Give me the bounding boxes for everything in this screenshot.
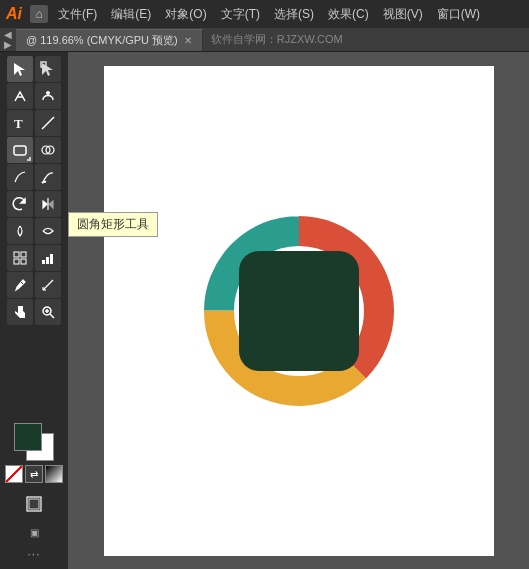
svg-marker-0 [14, 63, 25, 76]
tool-row-type: T [0, 110, 68, 136]
svg-rect-15 [21, 252, 26, 257]
gradient-icon[interactable] [45, 465, 63, 483]
hand-tool[interactable] [7, 299, 33, 325]
eyedropper-tool[interactable] [7, 272, 33, 298]
svg-rect-14 [14, 252, 19, 257]
tab-close-button[interactable]: ✕ [184, 35, 192, 46]
color-section: ⇄ [0, 419, 68, 487]
curvature-tool[interactable] [35, 83, 61, 109]
swap-icon[interactable]: ⇄ [25, 465, 43, 483]
reflect-tool[interactable] [35, 191, 61, 217]
main-area: T [0, 52, 529, 569]
pencil-tool[interactable] [7, 164, 33, 190]
tab-scroll-arrows[interactable]: ◀▶ [4, 30, 12, 50]
tool-row-navigate [0, 299, 68, 325]
line-tool[interactable] [35, 110, 61, 136]
artboard-icon[interactable] [21, 491, 47, 517]
brush-tool[interactable] [35, 164, 61, 190]
svg-rect-17 [21, 259, 26, 264]
tool-row-selection [0, 56, 68, 82]
ai-logo: Ai [6, 5, 22, 23]
svg-marker-13 [49, 201, 53, 208]
menu-file[interactable]: 文件(F) [52, 4, 103, 25]
svg-line-6 [42, 117, 54, 129]
svg-rect-19 [46, 257, 49, 264]
svg-point-4 [46, 91, 50, 95]
more-tools-button[interactable]: ··· [27, 547, 40, 561]
menu-object[interactable]: 对象(O) [159, 4, 212, 25]
canvas-area [68, 52, 529, 569]
tool-row-warp [0, 218, 68, 244]
menu-select[interactable]: 选择(S) [268, 4, 320, 25]
tab-label: @ 119.66% (CMYK/GPU 预览) [26, 33, 178, 48]
menu-text[interactable]: 文字(T) [215, 4, 266, 25]
menu-effect[interactable]: 效果(C) [322, 4, 375, 25]
zoom-tool[interactable] [35, 299, 61, 325]
color-small-icons: ⇄ [5, 465, 63, 483]
width-tool[interactable] [7, 218, 33, 244]
svg-rect-7 [14, 146, 26, 155]
tool-row-sample [0, 272, 68, 298]
tab-website: 软件自学网：RJZXW.COM [211, 32, 343, 47]
rectangle-tool[interactable] [7, 137, 33, 163]
menu-items: 文件(F) 编辑(E) 对象(O) 文字(T) 选择(S) 效果(C) 视图(V… [52, 4, 486, 25]
tab-bar: ◀▶ @ 119.66% (CMYK/GPU 预览) ✕ 软件自学网：RJZXW… [0, 28, 529, 52]
screen-mode-icon[interactable]: ▣ [21, 519, 47, 545]
active-tab[interactable]: @ 119.66% (CMYK/GPU 预览) ✕ [16, 29, 203, 51]
svg-rect-30 [29, 499, 39, 509]
tool-row-transform [0, 191, 68, 217]
none-icon[interactable] [5, 465, 23, 483]
svg-text:T: T [14, 116, 23, 131]
grid-tool[interactable] [7, 245, 33, 271]
svg-line-22 [43, 280, 53, 290]
home-icon[interactable]: ⌂ [30, 5, 48, 23]
svg-line-26 [50, 314, 54, 318]
menu-view[interactable]: 视图(V) [377, 4, 429, 25]
svg-rect-18 [42, 260, 45, 264]
graph-tool[interactable] [35, 245, 61, 271]
tool-row-pen [0, 83, 68, 109]
warp-tool[interactable] [35, 218, 61, 244]
rotate-tool[interactable] [7, 191, 33, 217]
shape-builder-tool[interactable] [35, 137, 61, 163]
color-boxes [14, 423, 54, 461]
svg-marker-1 [42, 63, 53, 76]
svg-rect-20 [50, 254, 53, 264]
type-tool[interactable]: T [7, 110, 33, 136]
menu-edit[interactable]: 编辑(E) [105, 4, 157, 25]
toolbar: T [0, 52, 68, 569]
menu-window[interactable]: 窗口(W) [431, 4, 486, 25]
tool-row-shape [0, 137, 68, 163]
tool-row-draw [0, 164, 68, 190]
tool-row-grid [0, 245, 68, 271]
white-canvas [104, 66, 494, 556]
donut-chart [184, 196, 414, 426]
donut-center-shape [239, 251, 359, 371]
toolbar-bottom-icons: ▣ ··· [0, 487, 68, 565]
measure-tool[interactable] [35, 272, 61, 298]
svg-rect-16 [14, 259, 19, 264]
svg-marker-12 [43, 201, 47, 208]
foreground-color-box[interactable] [14, 423, 42, 451]
menu-bar: Ai ⌂ 文件(F) 编辑(E) 对象(O) 文字(T) 选择(S) 效果(C)… [0, 0, 529, 28]
selection-tool[interactable] [7, 56, 33, 82]
pen-tool[interactable] [7, 83, 33, 109]
direct-selection-tool[interactable] [35, 56, 61, 82]
